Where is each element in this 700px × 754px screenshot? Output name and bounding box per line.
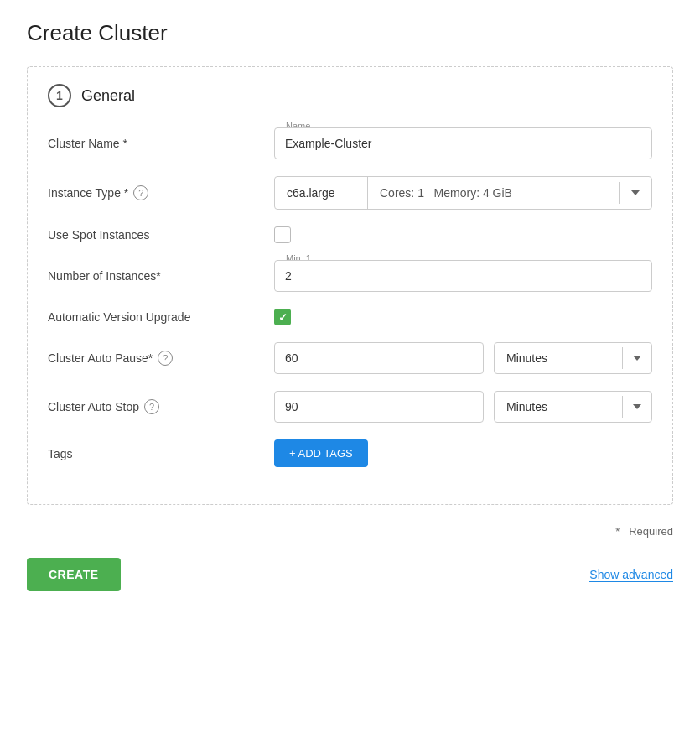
footer-right: Show advanced	[589, 568, 673, 582]
add-tags-button[interactable]: + ADD TAGS	[274, 439, 368, 467]
auto-stop-help-icon[interactable]: ?	[144, 399, 159, 414]
num-instances-row: Number of Instances* Min. 1	[48, 260, 652, 292]
auto-upgrade-control	[274, 309, 652, 325]
auto-stop-control: Minutes	[274, 391, 652, 423]
page-title: Create Cluster	[27, 20, 673, 46]
auto-pause-input[interactable]	[274, 342, 484, 374]
auto-pause-unit-value: Minutes	[495, 343, 622, 373]
auto-pause-inputs: Minutes	[274, 342, 652, 374]
chevron-down-icon	[633, 404, 641, 409]
auto-pause-row: Cluster Auto Pause* ? Minutes	[48, 342, 652, 374]
auto-stop-label: Cluster Auto Stop ?	[48, 399, 274, 414]
instance-type-meta: Cores: 1 Memory: 4 GiB	[368, 178, 619, 208]
section-title: General	[81, 87, 135, 105]
instance-type-arrow[interactable]	[619, 182, 651, 204]
auto-stop-unit-arrow[interactable]	[622, 396, 651, 418]
tags-label: Tags	[48, 447, 274, 460]
num-instances-wrapper: Min. 1	[274, 260, 652, 292]
cluster-name-label: Cluster Name *	[48, 137, 274, 150]
use-spot-label: Use Spot Instances	[48, 228, 274, 242]
memory-label: Memory:	[434, 186, 480, 200]
cores-label: Cores:	[380, 186, 414, 200]
chevron-down-icon	[633, 356, 641, 361]
show-advanced-link[interactable]: Show advanced	[589, 568, 673, 582]
instance-type-label: Instance Type * ?	[48, 185, 274, 200]
auto-pause-unit-arrow[interactable]	[622, 347, 651, 369]
instance-type-help-icon[interactable]: ?	[133, 185, 148, 200]
num-instances-label: Number of Instances*	[48, 269, 274, 283]
required-label: Required	[629, 525, 673, 538]
num-instances-input[interactable]	[274, 260, 652, 292]
cluster-name-control: Name...	[274, 127, 652, 159]
auto-stop-unit-select[interactable]: Minutes	[494, 391, 652, 423]
instance-type-dropdown[interactable]: c6a.large Cores: 1 Memory: 4 GiB	[274, 176, 652, 210]
cluster-name-row: Cluster Name * Name...	[48, 127, 652, 159]
auto-pause-control: Minutes	[274, 342, 652, 374]
auto-pause-help-icon[interactable]: ?	[158, 351, 173, 366]
auto-upgrade-row: Automatic Version Upgrade	[48, 309, 652, 325]
auto-stop-row: Cluster Auto Stop ? Minutes	[48, 391, 652, 423]
num-instances-control: Min. 1	[274, 260, 652, 292]
chevron-down-icon	[631, 190, 640, 195]
instance-type-value: c6a.large	[275, 178, 367, 208]
use-spot-control	[274, 226, 652, 243]
cluster-name-wrapper: Name...	[274, 127, 652, 159]
required-note: * Required	[27, 525, 673, 538]
footer: * Required CREATE Show advanced	[27, 525, 673, 591]
instance-type-control: c6a.large Cores: 1 Memory: 4 GiB	[274, 176, 652, 210]
auto-pause-unit-select[interactable]: Minutes	[494, 342, 652, 374]
general-section: 1 General Cluster Name * Name... Instanc…	[27, 66, 673, 505]
auto-upgrade-checkbox-wrapper	[274, 309, 652, 325]
cores-value: 1	[417, 186, 424, 200]
section-number: 1	[48, 84, 71, 107]
tags-row: Tags + ADD TAGS	[48, 439, 652, 467]
auto-upgrade-label: Automatic Version Upgrade	[48, 310, 274, 324]
required-star: *	[615, 525, 620, 538]
memory-value: 4 GiB	[483, 186, 512, 200]
instance-type-row: Instance Type * ? c6a.large Cores: 1 Mem…	[48, 176, 652, 210]
create-button[interactable]: CREATE	[27, 558, 121, 591]
use-spot-row: Use Spot Instances	[48, 226, 652, 243]
cluster-name-input[interactable]	[274, 127, 652, 159]
section-header: 1 General	[48, 84, 652, 107]
auto-stop-input[interactable]	[274, 391, 484, 423]
auto-stop-unit-value: Minutes	[495, 392, 622, 422]
auto-pause-label: Cluster Auto Pause* ?	[48, 351, 274, 366]
footer-actions: CREATE Show advanced	[27, 551, 673, 591]
auto-stop-inputs: Minutes	[274, 391, 652, 423]
tags-control: + ADD TAGS	[274, 439, 652, 467]
use-spot-checkbox-wrapper	[274, 226, 652, 243]
auto-upgrade-checkbox[interactable]	[274, 309, 291, 325]
use-spot-checkbox[interactable]	[274, 226, 291, 243]
